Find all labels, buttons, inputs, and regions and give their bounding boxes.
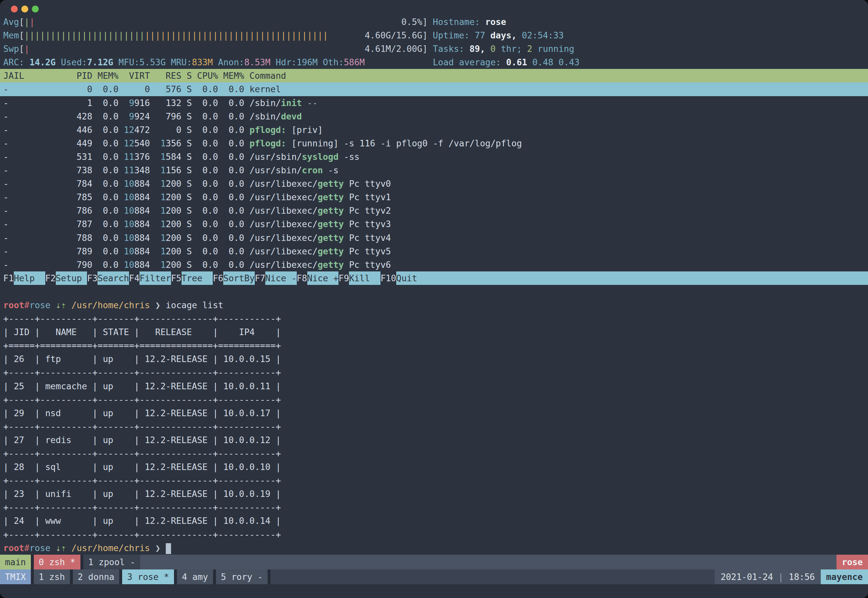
minimize-button[interactable] xyxy=(21,6,28,12)
num-value: 884 xyxy=(134,246,150,256)
process-state: S xyxy=(181,246,192,256)
fkey-nice-[interactable]: Nice + xyxy=(307,271,339,285)
process-row[interactable]: - 784 0.0 10884 1200 S 0.0 0.0 /usr/libe… xyxy=(0,177,868,190)
jail-table-row: | 28 | sql | up | 12.2-RELEASE | 10.0.0.… xyxy=(0,460,868,474)
process-row[interactable]: - 738 0.0 11348 1156 S 0.0 0.0 /usr/sbin… xyxy=(0,163,868,177)
prompt-hash: # xyxy=(24,543,30,553)
fkey-filter[interactable]: Filter xyxy=(139,271,171,285)
jail-table-header: | JID | NAME | STATE | RELEASE | IP4 | xyxy=(0,325,868,339)
process-state: S xyxy=(181,219,192,229)
process-row[interactable]: - 785 0.0 10884 1200 S 0.0 0.0 /usr/libe… xyxy=(0,190,868,204)
tmux-window-zpool[interactable]: 1 zpool - xyxy=(83,555,141,570)
gap xyxy=(118,165,124,175)
jail-table-border-text: +-----+----------+-------+--------------… xyxy=(3,367,281,377)
jail-table-border: +-----+----------+-------+--------------… xyxy=(0,474,868,487)
tmux-window-amy[interactable]: 4 amy xyxy=(177,570,213,584)
prompt-plain xyxy=(66,543,72,553)
tmux-window-zsh[interactable]: 1 zsh xyxy=(34,570,70,584)
process-row[interactable]: - 789 0.0 10884 1200 S 0.0 0.0 /usr/libe… xyxy=(0,245,868,258)
process-row[interactable]: - 428 0.0 9924 796 S 0.0 0.0 /sbin/devd xyxy=(0,110,868,123)
meter-value: 4.61M/2.00G xyxy=(365,44,422,54)
tmux-window-rory[interactable]: 5 rory - xyxy=(216,570,268,584)
gap xyxy=(150,98,166,108)
process-jail-pid: - 784 xyxy=(3,179,92,189)
process-cmd-args: Pc ttyv5 xyxy=(344,246,391,256)
info-segment: Hostname: xyxy=(433,17,485,27)
mem-meter-line: Mem[||||||||||||||||||||||||||||||||||||… xyxy=(0,28,868,42)
fkey-nice-[interactable]: Nice - xyxy=(265,271,297,285)
fkey-key-f2: F2 xyxy=(45,271,56,285)
process-row[interactable]: - 790 0.0 10884 1200 S 0.0 0.0 /usr/libe… xyxy=(0,258,868,271)
arc-segment: Anon: xyxy=(213,57,244,67)
tmux-window-donna[interactable]: 2 donna xyxy=(73,570,120,584)
process-jail-pid: - 1 xyxy=(3,98,92,108)
arc-segment: 7.12G xyxy=(87,57,113,67)
process-row[interactable]: - 0 0.0 0 576 S 0.0 0.0 kernel xyxy=(0,82,868,96)
jail-table-border-text: +-----+----------+-------+--------------… xyxy=(3,502,281,512)
process-row[interactable]: - 787 0.0 10884 1200 S 0.0 0.0 /usr/libe… xyxy=(0,217,868,231)
process-row[interactable]: - 786 0.0 10884 1200 S 0.0 0.0 /usr/libe… xyxy=(0,204,868,217)
jail-table-border-text: +-----+----------+-------+--------------… xyxy=(3,475,281,486)
prompt-plain xyxy=(51,300,56,310)
tmux-window-rose[interactable]: 3 rose * xyxy=(122,570,174,584)
prompt-host: rose xyxy=(30,300,51,310)
process-state: S xyxy=(181,192,192,202)
gap xyxy=(150,233,160,243)
process-mem-pct2: 0.0 xyxy=(218,233,244,243)
num-value: 472 xyxy=(134,125,150,135)
process-mem-pct: 0.0 xyxy=(92,152,118,162)
process-row[interactable]: - 788 0.0 10884 1200 S 0.0 0.0 /usr/libe… xyxy=(0,231,868,245)
num-value: 584 xyxy=(166,152,181,162)
process-row[interactable]: - 1 0.0 9916 132 S 0.0 0.0 /sbin/init -- xyxy=(0,96,868,110)
tmux-status-bar: main0 zsh *1 zpool -rose TMIX1 zsh2 donn… xyxy=(0,555,868,584)
fkey-search[interactable]: Search xyxy=(97,271,129,285)
info-segment: 77 xyxy=(475,30,491,40)
process-row[interactable]: - 446 0.0 12472 0 S 0.0 0.0 pflogd: [pri… xyxy=(0,123,868,136)
fkey-quit[interactable]: Quit xyxy=(396,271,428,285)
jail-table-border: +-----+----------+-------+--------------… xyxy=(0,447,868,460)
jail-table-row-text: | 29 | nsd | up | 12.2-RELEASE | 10.0.0.… xyxy=(3,408,281,418)
num-value: 132 xyxy=(166,98,181,108)
process-table-header: JAIL PID MEM% VIRT RES S CPU% MEM% Comma… xyxy=(0,69,868,82)
prompt-plain xyxy=(150,543,155,553)
fkey-sortby[interactable]: SortBy xyxy=(223,271,255,285)
process-cpu-pct: 0.0 xyxy=(192,219,218,229)
num-thousands-prefix: 11 xyxy=(124,165,134,175)
info-segment: Uptime: xyxy=(433,30,475,40)
fkey-kill[interactable]: Kill xyxy=(349,271,380,285)
status-row1-filler xyxy=(140,555,837,570)
arc-segment: MRU: xyxy=(166,57,192,67)
process-cmd-base: kernel xyxy=(250,84,281,94)
process-row[interactable]: - 531 0.0 11376 1584 S 0.0 0.0 /usr/sbin… xyxy=(0,150,868,163)
meter-open-bracket: [ xyxy=(19,30,24,40)
gap xyxy=(244,205,250,216)
arc-segment: 833M xyxy=(192,57,213,67)
num-thousands-prefix: 9 xyxy=(129,98,134,108)
mem-meter-label: Mem xyxy=(3,30,19,40)
prompt-arrow-up: ⇡ xyxy=(61,300,66,310)
close-button[interactable] xyxy=(11,6,18,12)
process-cmd-path: /usr/sbin/ xyxy=(250,165,302,175)
process-cmd-args: -s xyxy=(323,165,338,175)
jail-table-border: +=====+==========+=======+==============… xyxy=(0,339,868,352)
num-value: 540 xyxy=(134,138,150,148)
fkey-key-f6: F6 xyxy=(213,271,223,285)
fkey-help[interactable]: Help xyxy=(14,271,45,285)
tmux-window-zsh[interactable]: 0 zsh * xyxy=(34,555,81,570)
gap xyxy=(118,111,129,121)
tmux-session-name-main[interactable]: main xyxy=(0,555,31,570)
blank-line xyxy=(0,285,868,298)
process-cmd-base: getty xyxy=(317,192,344,202)
process-mem-pct2: 0.0 xyxy=(218,179,244,189)
num-thousands-prefix: 10 xyxy=(124,205,134,216)
process-jail-pid: - 786 xyxy=(3,205,92,216)
process-cmd-args: -- xyxy=(302,98,318,108)
gap xyxy=(365,57,433,67)
zoom-button[interactable] xyxy=(32,6,39,12)
fkey-tree[interactable]: Tree xyxy=(181,271,213,285)
process-row[interactable]: - 449 0.0 12540 1356 S 0.0 0.0 pflogd: [… xyxy=(0,136,868,150)
tmux-session-name-tmix[interactable]: TMIX xyxy=(0,570,31,584)
swp-meter-line: Swp[| 4.61M/2.00G] Tasks: 89, 0 thr; 2 r… xyxy=(0,42,868,55)
arc-segment: Oth: xyxy=(317,57,344,67)
fkey-setup[interactable]: Setup xyxy=(56,271,87,285)
